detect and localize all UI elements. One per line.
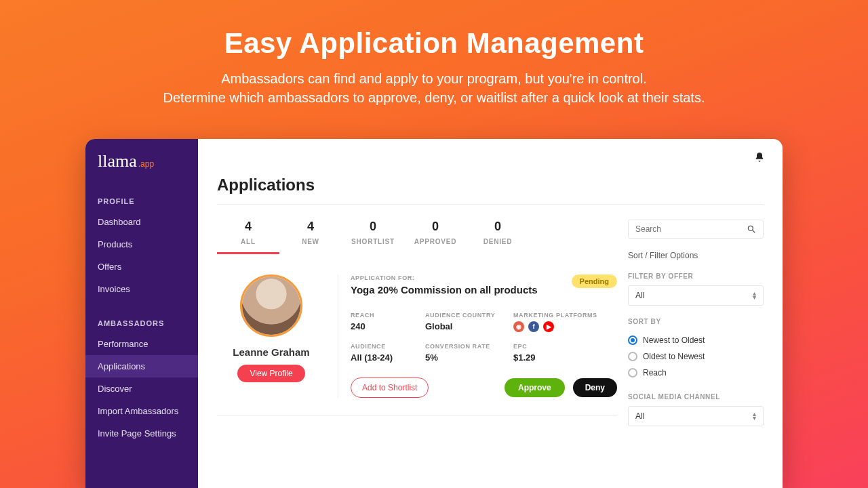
- sidebar-item-discover[interactable]: Discover: [85, 378, 198, 400]
- sidebar-item-products[interactable]: Products: [85, 233, 198, 256]
- sort-option-newest[interactable]: Newest to Oldest: [628, 332, 764, 348]
- radio-icon: [628, 352, 637, 361]
- tab-new[interactable]: 4 NEW: [279, 220, 342, 254]
- search-box[interactable]: [628, 220, 764, 239]
- sidebar-section-ambassadors: AMBASSADORS: [85, 307, 198, 333]
- page-title: Applications: [217, 176, 764, 195]
- radio-icon: [628, 368, 637, 378]
- svg-point-0: [748, 226, 753, 230]
- social-channel-label: SOCIAL MEDIA CHANNEL: [628, 393, 764, 401]
- sidebar-section-profile: PROFILE: [85, 185, 198, 211]
- sort-filter-title: Sort / Filter Options: [628, 251, 764, 260]
- tab-all[interactable]: 4 ALL: [217, 220, 279, 254]
- youtube-icon: ▶: [543, 321, 554, 332]
- sidebar: llama.app PROFILE Dashboard Products Off…: [85, 139, 198, 488]
- approve-button[interactable]: Approve: [505, 378, 565, 397]
- application-card: Leanne Graham View Profile Pending APPLI…: [217, 274, 617, 398]
- notifications-icon[interactable]: [754, 152, 765, 163]
- sort-option-oldest[interactable]: Oldest to Newest: [628, 348, 764, 365]
- stat-reach: REACH 240: [351, 312, 425, 332]
- sidebar-item-applications[interactable]: Applications: [85, 355, 198, 378]
- sort-option-reach[interactable]: Reach: [628, 365, 764, 381]
- hero-title: Easy Application Management: [0, 27, 868, 60]
- tab-shortlist[interactable]: 0 SHORTLIST: [342, 220, 404, 254]
- sidebar-item-invoices[interactable]: Invoices: [85, 278, 198, 300]
- sidebar-item-offers[interactable]: Offers: [85, 256, 198, 278]
- svg-line-1: [753, 230, 755, 233]
- stat-audience: AUDIENCE All (18-24): [351, 343, 425, 363]
- status-tabs: 4 ALL 4 NEW 0 SHORTLIST: [217, 220, 617, 254]
- social-channel-select[interactable]: All ▴▾: [628, 406, 764, 426]
- search-icon: [747, 224, 756, 234]
- tab-denied[interactable]: 0 DENIED: [467, 220, 529, 254]
- sidebar-item-invite-page-settings[interactable]: Invite Page Settings: [85, 422, 198, 445]
- hero-subtitle: Ambassadors can find and apply to your p…: [0, 69, 868, 107]
- filter-by-offer-select[interactable]: All ▴▾: [628, 285, 764, 306]
- brand-logo: llama.app: [85, 139, 198, 185]
- sidebar-item-import-ambassadors[interactable]: Import Ambassadors: [85, 400, 198, 422]
- stat-conversion: CONVERSION RATE 5%: [425, 343, 513, 363]
- sidebar-item-performance[interactable]: Performance: [85, 333, 198, 355]
- stat-platforms: MARKETING PLATFORMS ◉ f ▶: [513, 312, 615, 332]
- filter-by-offer-label: FILTER BY OFFER: [628, 272, 764, 280]
- main-area: Applications 4 ALL 4 NEW: [198, 139, 783, 488]
- search-input[interactable]: [635, 224, 747, 234]
- select-arrows-icon: ▴▾: [753, 412, 756, 420]
- select-arrows-icon: ▴▾: [753, 291, 756, 300]
- stat-epc: EPC $1.29: [513, 343, 615, 363]
- applicant-name: Leanne Graham: [217, 346, 326, 358]
- facebook-icon: f: [528, 321, 539, 332]
- topbar: [198, 139, 783, 176]
- add-to-shortlist-button[interactable]: Add to Shortlist: [351, 378, 429, 398]
- app-window: llama.app PROFILE Dashboard Products Off…: [85, 139, 783, 488]
- radio-icon: [628, 336, 637, 345]
- sidebar-item-dashboard[interactable]: Dashboard: [85, 211, 198, 233]
- tab-approved[interactable]: 0 APPROVED: [404, 220, 467, 254]
- sort-by-label: SORT BY: [628, 318, 764, 325]
- deny-button[interactable]: Deny: [573, 378, 617, 397]
- avatar: [240, 274, 302, 337]
- status-badge: Pending: [572, 274, 617, 288]
- instagram-icon: ◉: [513, 321, 524, 332]
- view-profile-button[interactable]: View Profile: [237, 365, 304, 382]
- stat-audience-country: AUDIENCE COUNTRY Global: [425, 312, 513, 332]
